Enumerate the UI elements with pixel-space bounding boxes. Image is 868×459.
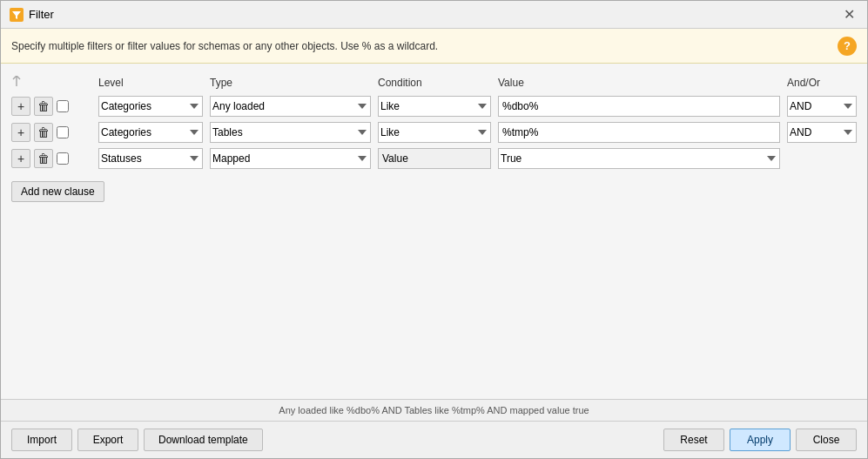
row-1-actions: + 🗑 (11, 97, 98, 116)
title-bar: Filter ✕ (1, 1, 867, 29)
info-bar: Specify multiple filters or filter value… (1, 29, 867, 64)
level-col-header: Level (98, 77, 203, 89)
actions-col-header (11, 76, 98, 89)
value-col-header: Value (498, 77, 780, 89)
filter-title-icon (10, 8, 24, 22)
column-headers: Level Type Condition Value And/Or (11, 72, 857, 92)
close-footer-button[interactable]: Close (796, 429, 857, 451)
reset-button[interactable]: Reset (663, 429, 724, 451)
row-2-add-button[interactable]: + (11, 123, 30, 142)
row-3-level-select[interactable]: Statuses Categories (98, 148, 203, 169)
filter-content: Level Type Condition Value And/Or + 🗑 Ca… (1, 64, 867, 399)
row-1-delete-button[interactable]: 🗑 (34, 97, 53, 116)
row-3-delete-button[interactable]: 🗑 (34, 149, 53, 168)
row-3-type-select[interactable]: Mapped Any loaded Tables (210, 148, 371, 169)
row-1-andor-select[interactable]: AND OR (787, 96, 857, 117)
row-1-condition-select[interactable]: Like Value (378, 96, 491, 117)
info-text: Specify multiple filters or filter value… (11, 40, 438, 52)
condition-col-header: Condition (378, 77, 491, 89)
filter-row: + 🗑 Statuses Categories Mapped Any loade… (11, 148, 857, 169)
row-1-value-input[interactable] (498, 96, 780, 117)
status-bar: Any loaded like %dbo% AND Tables like %t… (1, 399, 867, 421)
apply-button[interactable]: Apply (730, 429, 791, 451)
row-1-checkbox[interactable] (57, 100, 69, 112)
row-2-delete-button[interactable]: 🗑 (34, 123, 53, 142)
footer: Import Export Download template Reset Ap… (1, 421, 867, 458)
row-1-type-select[interactable]: Any loaded Tables Mapped (210, 96, 371, 117)
row-2-actions: + 🗑 (11, 123, 98, 142)
footer-right: Reset Apply Close (663, 429, 857, 451)
status-text: Any loaded like %dbo% AND Tables like %t… (279, 405, 589, 415)
filter-dialog: Filter ✕ Specify multiple filters or fil… (0, 0, 868, 459)
export-button[interactable]: Export (77, 429, 138, 451)
footer-left: Import Export Download template (11, 429, 263, 451)
type-col-header: Type (210, 77, 371, 89)
row-2-level-select[interactable]: Categories Statuses (98, 122, 203, 143)
row-2-condition-select[interactable]: Like Value (378, 122, 491, 143)
row-2-value-container (498, 122, 780, 143)
row-3-value-container: True False (498, 148, 780, 169)
row-2-value-input[interactable] (498, 122, 780, 143)
row-2-type-select[interactable]: Tables Any loaded Mapped (210, 122, 371, 143)
andor-col-header: And/Or (787, 77, 857, 89)
add-new-clause-button[interactable]: Add new clause (11, 181, 104, 202)
close-title-button[interactable]: ✕ (840, 6, 858, 24)
row-3-value-select[interactable]: True False (498, 148, 780, 169)
row-2-checkbox[interactable] (57, 126, 69, 138)
row-3-checkbox[interactable] (57, 152, 69, 165)
row-2-andor-select[interactable]: AND OR (787, 122, 857, 143)
help-icon[interactable]: ? (838, 37, 857, 56)
row-3-add-button[interactable]: + (11, 149, 30, 168)
filter-row: + 🗑 Categories Statuses Tables Any loade… (11, 122, 857, 143)
sort-icon (11, 76, 22, 86)
row-1-add-button[interactable]: + (11, 97, 30, 116)
row-1-level-select[interactable]: Categories Statuses (98, 96, 203, 117)
import-button[interactable]: Import (11, 429, 72, 451)
row-3-actions: + 🗑 (11, 149, 98, 168)
row-1-value-container (498, 96, 780, 117)
filter-row: + 🗑 Categories Statuses Any loaded Table… (11, 96, 857, 117)
download-template-button[interactable]: Download template (144, 429, 263, 451)
row-3-condition-label: Value (378, 148, 491, 169)
dialog-title: Filter (29, 8, 54, 21)
title-bar-left: Filter (10, 8, 54, 22)
